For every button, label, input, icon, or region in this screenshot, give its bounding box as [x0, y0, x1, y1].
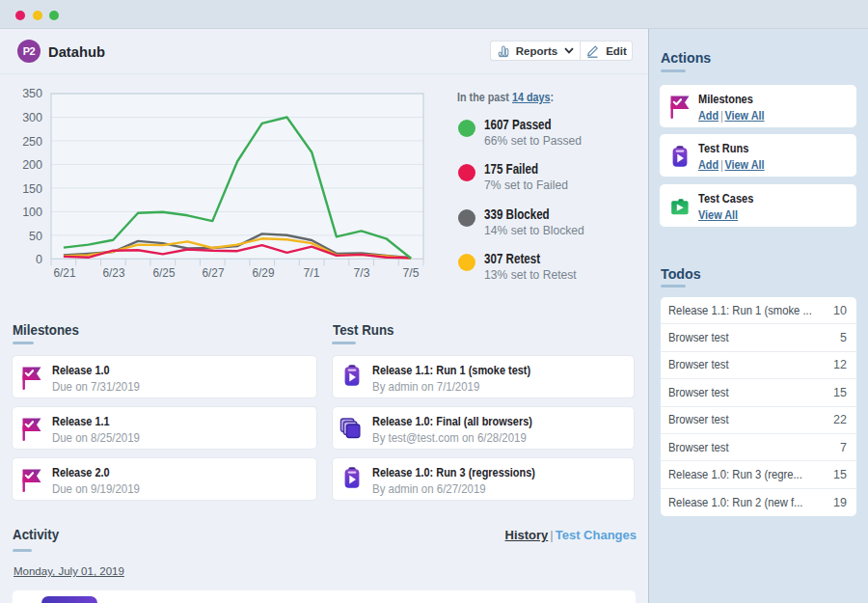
svg-text:50: 50 [29, 230, 42, 243]
svg-text:6/25: 6/25 [153, 266, 176, 280]
svg-text:6/29: 6/29 [253, 266, 275, 280]
svg-text:7/3: 7/3 [354, 266, 370, 280]
svg-text:300: 300 [22, 111, 42, 124]
svg-text:150: 150 [22, 182, 42, 196]
svg-text:250: 250 [22, 135, 42, 149]
svg-text:0: 0 [36, 253, 42, 266]
svg-text:6/23: 6/23 [103, 266, 125, 280]
svg-text:7/5: 7/5 [403, 266, 420, 280]
svg-text:6/21: 6/21 [54, 266, 76, 280]
svg-text:100: 100 [22, 206, 42, 219]
svg-text:6/27: 6/27 [203, 266, 225, 280]
svg-text:7/1: 7/1 [304, 266, 320, 280]
svg-text:200: 200 [22, 158, 42, 172]
svg-text:350: 350 [22, 87, 42, 100]
